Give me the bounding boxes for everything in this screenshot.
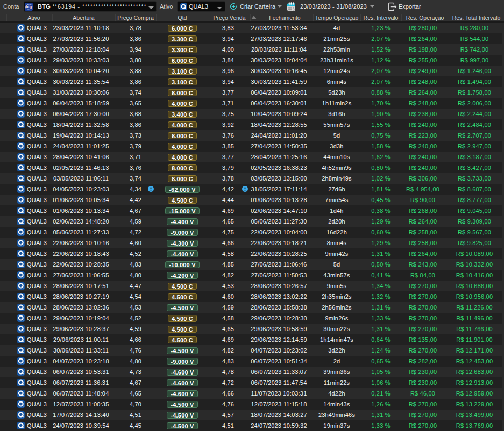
svg-text:btg: btg	[26, 5, 32, 9]
